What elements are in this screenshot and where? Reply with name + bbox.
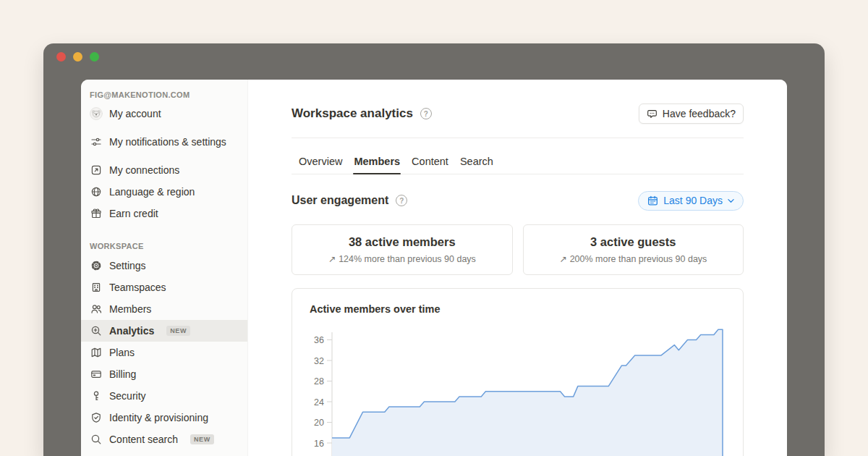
sidebar-item-label: Billing <box>109 368 136 380</box>
chart-title: Active members over time <box>310 303 441 315</box>
sidebar-item-label: My notifications & settings <box>109 135 226 149</box>
window-controls <box>56 52 99 62</box>
tab-members[interactable]: Members <box>354 152 400 174</box>
have-feedback-label: Have feedback? <box>663 108 736 119</box>
minimize-button[interactable] <box>73 52 82 62</box>
chevron-down-icon <box>728 198 734 203</box>
sidebar-item-label: Teamspaces <box>109 282 166 293</box>
sidebar-item-label: Language & region <box>109 186 195 198</box>
active-members-stat-card: 38 active members ↗ 124% more than previ… <box>292 224 513 275</box>
svg-text:16: 16 <box>314 439 324 449</box>
workspace-section-header: WORKSPACE <box>81 237 247 255</box>
active-members-chart-card: Active members over time 363228242016 <box>292 288 744 456</box>
active-guests-stat-card: 3 active guests ↗ 200% more than previou… <box>523 224 744 275</box>
tab-search[interactable]: Search <box>460 152 493 174</box>
new-badge: NEW <box>190 434 214 444</box>
sidebar-item-content-search[interactable]: Content search NEW <box>81 428 247 450</box>
header-divider <box>292 138 744 138</box>
sidebar-item-settings[interactable]: Settings <box>81 255 247 276</box>
sidebar-item-label: Plans <box>109 347 135 358</box>
sidebar-item-billing[interactable]: Billing <box>81 363 247 385</box>
sidebar-item-label: Security <box>109 390 146 402</box>
active-members-over-time-chart: 363228242016 <box>292 322 744 456</box>
close-button[interactable] <box>56 52 66 62</box>
date-range-dropdown[interactable]: Last 90 Days <box>638 191 744 211</box>
sidebar-item-identity-provisioning[interactable]: Identity & provisioning <box>81 407 247 428</box>
settings-sidebar: FIG@MAKENOTION.COM My account My notific… <box>81 80 248 456</box>
svg-text:32: 32 <box>314 356 324 366</box>
sidebar-item-plans[interactable]: Plans <box>81 342 247 363</box>
stat-delta-text: 200% more than previous 90 days <box>570 254 707 264</box>
app-window: FIG@MAKENOTION.COM My account My notific… <box>43 43 825 456</box>
trend-up-arrow-icon: ↗ <box>328 253 336 264</box>
svg-text:24: 24 <box>314 397 324 408</box>
sliders-icon <box>90 135 103 148</box>
analytics-main-pane: Workspace analytics ? Have feedback? Ove… <box>248 80 787 456</box>
sidebar-item-label: Earn credit <box>109 208 158 219</box>
sidebar-item-my-account[interactable]: My account <box>81 103 247 124</box>
map-icon <box>90 346 103 359</box>
sidebar-item-teamspaces[interactable]: Teamspaces <box>81 276 247 298</box>
building-icon <box>90 281 103 294</box>
gear-icon <box>90 259 103 272</box>
sidebar-item-label: Members <box>109 303 151 315</box>
key-icon <box>90 389 103 402</box>
calendar-icon <box>647 195 658 206</box>
sidebar-item-label: Identity & provisioning <box>109 412 208 423</box>
sidebar-item-label: Settings <box>109 260 146 271</box>
sidebar-item-members[interactable]: Members <box>81 298 247 320</box>
help-icon[interactable]: ? <box>420 108 432 119</box>
arrow-up-right-box-icon <box>90 164 103 177</box>
tab-overview[interactable]: Overview <box>299 152 342 174</box>
sidebar-item-label: My connections <box>109 164 179 176</box>
globe-icon <box>90 185 103 198</box>
svg-text:36: 36 <box>314 335 324 345</box>
sidebar-item-my-notifications-settings[interactable]: My notifications & settings <box>81 124 247 159</box>
sidebar-item-analytics[interactable]: Analytics NEW <box>81 320 247 342</box>
people-icon <box>90 303 103 316</box>
sidebar-item-label: Content search <box>109 434 178 445</box>
help-icon[interactable]: ? <box>396 195 407 206</box>
sidebar-item-label: My account <box>109 108 161 119</box>
sidebar-item-security[interactable]: Security <box>81 385 247 407</box>
gift-icon <box>90 207 103 220</box>
sidebar-item-my-connections[interactable]: My connections <box>81 159 247 181</box>
page-title: Workspace analytics <box>292 106 413 121</box>
account-email-header: FIG@MAKENOTION.COM <box>81 87 247 103</box>
svg-text:20: 20 <box>314 418 324 428</box>
tab-content[interactable]: Content <box>412 152 448 174</box>
stat-value: 38 active members <box>349 235 456 249</box>
stat-delta-text: 124% more than previous 90 days <box>339 254 476 264</box>
credit-card-icon <box>90 368 103 381</box>
avatar-koala-icon <box>90 107 103 120</box>
trend-up-arrow-icon: ↗ <box>559 253 566 264</box>
sidebar-item-earn-credit[interactable]: Earn credit <box>81 203 247 224</box>
shield-check-icon <box>90 411 103 424</box>
have-feedback-button[interactable]: Have feedback? <box>639 104 744 124</box>
analytics-tabs: Overview Members Content Search <box>292 152 744 174</box>
zoom-button[interactable] <box>90 52 99 62</box>
sidebar-item-language-region[interactable]: Language & region <box>81 181 247 203</box>
stat-value: 3 active guests <box>590 235 676 249</box>
magnifier-icon <box>90 433 103 446</box>
magnifier-plus-icon <box>90 324 103 337</box>
settings-dialog: FIG@MAKENOTION.COM My account My notific… <box>81 80 787 456</box>
sidebar-item-label: Analytics <box>109 325 154 337</box>
new-badge: NEW <box>166 326 190 336</box>
section-title: User engagement <box>292 194 388 207</box>
speech-bubble-icon <box>647 109 658 119</box>
date-range-label: Last 90 Days <box>663 195 723 206</box>
svg-text:28: 28 <box>314 376 324 387</box>
